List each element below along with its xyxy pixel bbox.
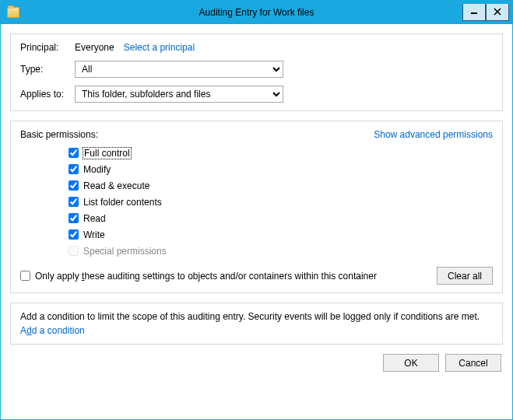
perm-list-folder-label: List folder contents [83, 197, 162, 208]
minimize-button[interactable] [462, 4, 486, 21]
only-apply-checkbox-label[interactable]: Only apply these auditing settings to ob… [20, 271, 377, 282]
type-select[interactable]: All [75, 61, 283, 78]
perm-modify[interactable]: Modify [69, 161, 493, 177]
clear-all-button[interactable]: Clear all [437, 267, 493, 285]
perm-special: Special permissions [69, 243, 493, 259]
dialog-footer: OK Cancel [10, 354, 503, 372]
perm-read[interactable]: Read [69, 210, 493, 226]
type-label: Type: [20, 64, 75, 75]
client-area: Principal: Everyone Select a principal T… [1, 24, 512, 419]
applies-label: Applies to: [20, 89, 75, 100]
perm-read-label: Read [83, 213, 106, 224]
perm-special-label: Special permissions [83, 246, 167, 257]
condition-panel: Add a condition to limit the scope of th… [10, 303, 503, 345]
perm-special-checkbox [69, 246, 79, 256]
perm-list-folder-checkbox[interactable] [69, 197, 79, 207]
perm-read-execute-checkbox[interactable] [69, 180, 79, 191]
add-condition-link[interactable]: Add a condition [20, 325, 85, 336]
perm-full-control-label: Full control [83, 148, 131, 159]
perm-write-label: Write [83, 229, 105, 240]
applies-select[interactable]: This folder, subfolders and files [75, 86, 283, 103]
perm-write-checkbox[interactable] [69, 229, 79, 240]
principal-value: Everyone [75, 42, 114, 53]
only-apply-row: Only apply these auditing settings to ob… [20, 267, 493, 285]
folder-icon [7, 7, 19, 18]
perm-full-control-checkbox[interactable] [69, 148, 79, 158]
principal-label: Principal: [20, 42, 75, 53]
permissions-header: Basic permissions: Show advanced permiss… [20, 129, 493, 140]
applies-row: Applies to: This folder, subfolders and … [20, 86, 493, 103]
permissions-panel: Basic permissions: Show advanced permiss… [10, 121, 503, 293]
close-icon [494, 8, 501, 16]
perm-read-execute[interactable]: Read & execute [69, 177, 493, 194]
window-controls [462, 5, 512, 21]
perm-modify-label: Modify [83, 164, 111, 175]
principal-type-panel: Principal: Everyone Select a principal T… [10, 33, 503, 111]
perm-full-control[interactable]: Full control [69, 145, 493, 161]
only-apply-checkbox[interactable] [20, 271, 30, 281]
titlebar[interactable]: Auditing Entry for Work files [1, 1, 512, 24]
close-button[interactable] [486, 4, 509, 21]
only-apply-text: Only apply these auditing settings to ob… [35, 271, 377, 282]
perm-modify-checkbox[interactable] [69, 164, 79, 174]
cancel-button[interactable]: Cancel [445, 354, 501, 372]
condition-text: Add a condition to limit the scope of th… [20, 311, 493, 322]
ok-button[interactable]: OK [383, 354, 439, 372]
perm-write[interactable]: Write [69, 226, 493, 243]
principal-row: Principal: Everyone Select a principal [20, 42, 493, 53]
show-advanced-permissions-link[interactable]: Show advanced permissions [374, 129, 493, 140]
permissions-list: Full control Modify Read & execute List … [20, 145, 493, 259]
window-title: Auditing Entry for Work files [199, 7, 314, 18]
minimize-icon [470, 8, 478, 16]
basic-permissions-label: Basic permissions: [20, 129, 98, 140]
perm-read-execute-label: Read & execute [83, 180, 149, 191]
perm-list-folder[interactable]: List folder contents [69, 194, 493, 210]
auditing-entry-window: Auditing Entry for Work files Principal:… [0, 0, 513, 420]
select-principal-link[interactable]: Select a principal [124, 42, 195, 53]
perm-read-checkbox[interactable] [69, 213, 79, 223]
type-row: Type: All [20, 61, 493, 78]
